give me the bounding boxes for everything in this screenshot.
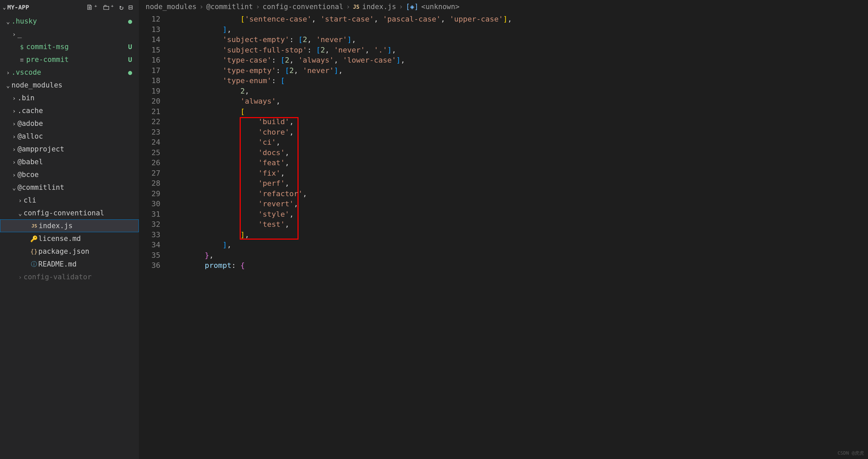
code-line: 'feat',: [169, 158, 868, 168]
tree-item[interactable]: ›.vscode●: [0, 66, 139, 79]
code-line: ],: [169, 240, 868, 250]
line-number: 27: [139, 168, 160, 179]
tree-item[interactable]: ≡pre-commitU: [0, 53, 139, 66]
tree-item-label: config-validator: [24, 273, 91, 281]
tree-item[interactable]: ⌄config-conventional: [0, 207, 139, 220]
new-file-icon[interactable]: 🗎⁺: [86, 3, 98, 11]
tree-item[interactable]: ›cli: [0, 194, 139, 207]
file-icon: ⓘ: [30, 260, 38, 268]
file-icon: $: [18, 44, 26, 51]
tree-item-label: node_modules: [11, 81, 63, 89]
tree-item[interactable]: ›_: [0, 28, 139, 40]
line-number: 28: [139, 178, 160, 189]
chevron-down-icon: ⌄: [5, 18, 11, 25]
code-line: ['sentence-case', 'start-case', 'pascal-…: [169, 14, 868, 25]
code-line: [: [169, 107, 868, 117]
chevron-right-icon: ›: [11, 94, 18, 102]
line-number: 21: [139, 107, 160, 117]
chevron-right-icon: ›: [11, 171, 18, 178]
tree-item-label: commit-msg: [26, 43, 69, 51]
js-icon: JS: [353, 4, 360, 10]
line-number: 30: [139, 199, 160, 209]
chevron-down-icon: ⌄: [11, 184, 18, 191]
tree-item[interactable]: ›@ampproject: [0, 143, 139, 155]
line-number: 35: [139, 250, 160, 261]
code-line: 'subject-empty': [2, 'never'],: [169, 35, 868, 45]
code-content[interactable]: ['sentence-case', 'start-case', 'pascal-…: [169, 13, 868, 459]
chevron-right-icon: ›: [5, 69, 11, 76]
code-line: prompt: {: [169, 260, 868, 271]
tree-item-label: .cache: [18, 107, 43, 115]
tree-item[interactable]: ⌄@commitlint: [0, 181, 139, 194]
tree-item[interactable]: ›@bcoe: [0, 168, 139, 181]
tree-item[interactable]: ⓘREADME.md: [0, 258, 139, 270]
code-line: },: [169, 250, 868, 261]
tree-item[interactable]: ›@babel: [0, 155, 139, 168]
tree-item[interactable]: ›@alloc: [0, 130, 139, 143]
chevron-right-icon: ›: [11, 120, 18, 127]
file-icon: ≡: [18, 56, 26, 63]
line-number: 18: [139, 76, 160, 86]
tree-item[interactable]: ⌄.husky●: [0, 15, 139, 28]
line-number: 34: [139, 240, 160, 250]
tree-item[interactable]: ›config-validator: [0, 270, 139, 283]
code-line: 'revert',: [169, 199, 868, 209]
tree-item[interactable]: ›.cache: [0, 104, 139, 117]
tree-item[interactable]: $commit-msgU: [0, 40, 139, 53]
code-area[interactable]: 1213141516171819202122232425262728293031…: [139, 13, 868, 459]
tree-item-label: .bin: [18, 94, 35, 102]
chevron-right-icon: ›: [11, 107, 18, 114]
file-icon: {}: [30, 248, 38, 255]
breadcrumb[interactable]: node_modules › @commitlint › config-conv…: [139, 0, 868, 13]
code-line: 'perf',: [169, 178, 868, 189]
tree-item-label: @alloc: [18, 132, 43, 140]
breadcrumb-part[interactable]: node_modules: [146, 3, 197, 11]
line-number: 31: [139, 209, 160, 220]
breadcrumb-part[interactable]: config-conventional: [262, 3, 343, 11]
tree-item[interactable]: {}package.json: [0, 245, 139, 258]
file-icon: 🔑: [30, 235, 38, 242]
new-folder-icon[interactable]: 🗀⁺: [102, 3, 114, 11]
tree-item-label: README.md: [38, 260, 76, 268]
code-line: 'style',: [169, 209, 868, 220]
chevron-right-icon: ›: [11, 159, 18, 166]
line-number: 14: [139, 35, 160, 45]
chevron-right-icon: ›: [17, 197, 24, 204]
tree-item[interactable]: 🔑license.md: [0, 232, 139, 245]
tree-item-label: .vscode: [11, 68, 41, 77]
tree-item[interactable]: ⌄node_modules: [0, 79, 139, 91]
tree-item[interactable]: ›.bin: [0, 91, 139, 104]
line-number: 24: [139, 137, 160, 148]
tree-item-label: @adobe: [18, 119, 43, 127]
breadcrumb-part[interactable]: @commitlint: [206, 3, 253, 11]
tree-item[interactable]: JSindex.js: [0, 220, 139, 232]
explorer-header: ⌄ MY-APP 🗎⁺ 🗀⁺ ↻ ⊟: [0, 0, 139, 14]
project-title[interactable]: ⌄ MY-APP: [3, 4, 86, 11]
line-number: 25: [139, 148, 160, 158]
refresh-icon[interactable]: ↻: [119, 3, 124, 11]
tree-item-label: @commitlint: [18, 183, 64, 192]
tree-item-label: .husky: [11, 17, 37, 25]
line-gutter: 1213141516171819202122232425262728293031…: [139, 13, 169, 459]
chevron-down-icon: ⌄: [5, 82, 11, 89]
line-number: 29: [139, 189, 160, 199]
tree-item[interactable]: ›@adobe: [0, 117, 139, 130]
chevron-right-icon: ›: [399, 3, 403, 11]
breadcrumb-symbol[interactable]: <unknown>: [421, 3, 460, 11]
code-line: 'type-empty': [2, 'never'],: [169, 66, 868, 76]
symbol-icon: [◈]: [406, 3, 418, 11]
tree-item-label: pre-commit: [26, 56, 69, 64]
chevron-right-icon: ›: [17, 274, 24, 281]
code-line: ],: [169, 25, 868, 35]
breadcrumb-file[interactable]: index.js: [362, 3, 396, 11]
code-line: 'type-case': [2, 'always', 'lower-case']…: [169, 55, 868, 66]
chevron-right-icon: ›: [255, 3, 260, 11]
watermark: CSDN @虎虎: [837, 450, 864, 456]
line-number: 13: [139, 25, 160, 35]
tree-item-label: cli: [24, 196, 36, 204]
editor: node_modules › @commitlint › config-conv…: [139, 0, 868, 459]
collapse-icon[interactable]: ⊟: [128, 3, 133, 11]
line-number: 36: [139, 260, 160, 271]
code-line: 'refactor',: [169, 189, 868, 199]
tree-item-label: @babel: [18, 158, 43, 166]
